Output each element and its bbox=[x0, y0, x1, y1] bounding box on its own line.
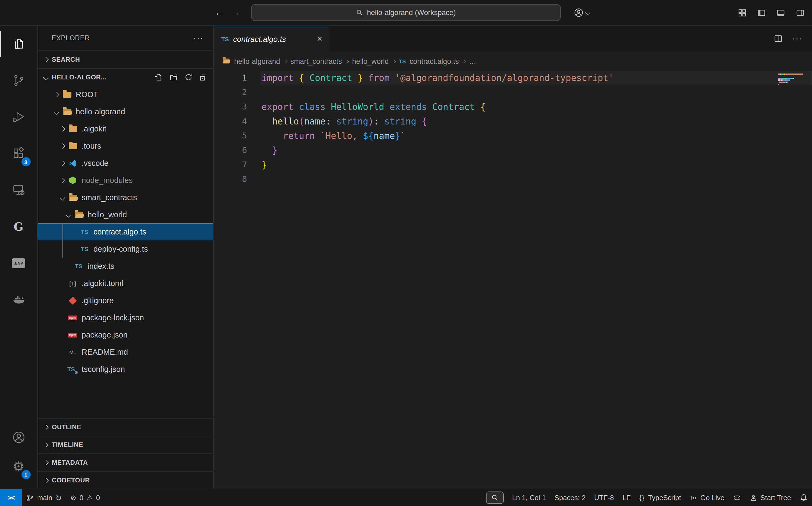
tree-item-hello-algorand[interactable]: hello-algorand bbox=[38, 103, 213, 120]
editor-more-actions-icon[interactable]: ··· bbox=[792, 34, 802, 44]
start-tree[interactable]: Start Tree bbox=[745, 489, 795, 506]
section-outline[interactable]: OUTLINE bbox=[38, 418, 213, 436]
customize-layout-icon[interactable] bbox=[738, 8, 746, 17]
code-lines: 1import { Contract } from '@algorandfoun… bbox=[214, 71, 812, 187]
tree-item-label: .algokit bbox=[82, 124, 106, 133]
new-folder-button[interactable] bbox=[169, 73, 178, 82]
profile-button[interactable] bbox=[574, 7, 589, 18]
activity-source-control[interactable] bbox=[0, 68, 37, 93]
activity-extensions[interactable]: 3 bbox=[0, 141, 37, 166]
folder-open-icon bbox=[73, 209, 84, 221]
problems-status[interactable]: ⊘ 0 ⚠ 0 bbox=[66, 489, 104, 506]
remote-indicator[interactable]: >< bbox=[0, 489, 22, 506]
tree-item-index.ts[interactable]: TSindex.ts bbox=[38, 258, 213, 275]
breadcrumb-item[interactable]: hello_world bbox=[352, 57, 389, 65]
tree-item-ROOT[interactable]: ROOT bbox=[38, 86, 213, 103]
language-mode[interactable]: {} TypeScript bbox=[635, 489, 685, 506]
section-workspace[interactable]: HELLO-ALGOR... bbox=[38, 68, 213, 86]
eol-label: LF bbox=[622, 494, 631, 502]
tree-item-.gitignore[interactable]: .gitignore bbox=[38, 292, 213, 309]
folder-icon bbox=[223, 58, 230, 64]
cursor-position[interactable]: Ln 1, Col 1 bbox=[508, 489, 550, 506]
code-line-4: 4 hello(name: string): string { bbox=[214, 114, 812, 129]
section-metadata-label: METADATA bbox=[52, 459, 88, 466]
toggle-secondary-sidebar-icon[interactable] bbox=[796, 8, 805, 17]
tree-item-label: .vscode bbox=[82, 159, 108, 167]
error-count: 0 bbox=[79, 494, 83, 502]
back-button[interactable]: ← bbox=[215, 7, 224, 18]
chevron-down-icon bbox=[54, 109, 59, 114]
activity-accounts[interactable] bbox=[0, 424, 37, 450]
tree-item-hello_world[interactable]: hello_world bbox=[38, 206, 213, 223]
forward-button[interactable]: → bbox=[231, 7, 241, 18]
tree-item-.algokit[interactable]: .algokit bbox=[38, 120, 213, 137]
activity-remote-explorer[interactable] bbox=[0, 177, 37, 203]
breadcrumb-item[interactable]: hello-algorand bbox=[234, 57, 280, 65]
activity-g-extension[interactable]: G bbox=[0, 214, 37, 239]
activity-explorer[interactable] bbox=[0, 31, 37, 57]
section-codetour[interactable]: CODETOUR bbox=[38, 471, 213, 489]
tree-item-label: smart_contracts bbox=[82, 193, 137, 202]
tree-item-package-lock.json[interactable]: npmpackage-lock.json bbox=[38, 309, 213, 326]
go-live[interactable]: Go Live bbox=[685, 489, 729, 506]
breadcrumb-item[interactable]: … bbox=[469, 57, 476, 65]
error-icon: ⊘ bbox=[70, 494, 76, 502]
tree-item-package.json[interactable]: npmpackage.json bbox=[38, 326, 213, 343]
section-metadata[interactable]: METADATA bbox=[38, 453, 213, 471]
activity-dotenv[interactable]: .ENV bbox=[0, 250, 37, 276]
code-editor[interactable]: 1import { Contract } from '@algorandfoun… bbox=[214, 71, 812, 489]
folder-open-icon bbox=[61, 106, 73, 117]
command-center[interactable]: hello-algorand (Workspace) bbox=[251, 4, 561, 21]
breadcrumb-item[interactable]: contract.algo.ts bbox=[410, 57, 459, 65]
tab-contract-algo-ts[interactable]: TS contract.algo.ts × bbox=[214, 26, 329, 52]
close-tab-icon[interactable]: × bbox=[317, 34, 322, 44]
encoding[interactable]: UTF-8 bbox=[590, 489, 618, 506]
tree-item-label: package-lock.json bbox=[82, 313, 144, 322]
indentation[interactable]: Spaces: 2 bbox=[550, 489, 590, 506]
section-search[interactable]: SEARCH bbox=[38, 51, 213, 68]
chevron-right-icon bbox=[462, 59, 466, 63]
chevron-right-icon bbox=[60, 161, 65, 166]
chevron-right-icon bbox=[60, 126, 65, 131]
tree-item-label: README.md bbox=[82, 348, 128, 356]
activity-run-debug[interactable] bbox=[0, 104, 37, 130]
branch-status[interactable]: main ↻ bbox=[22, 489, 66, 506]
toggle-panel-icon[interactable] bbox=[777, 8, 785, 17]
chevron-right-icon bbox=[43, 478, 48, 483]
collapse-folders-button[interactable] bbox=[199, 73, 208, 82]
activity-docker[interactable] bbox=[0, 286, 37, 312]
tree-item-tsconfig.json[interactable]: TS⚙tsconfig.json bbox=[38, 360, 213, 378]
minimap[interactable] bbox=[778, 74, 806, 90]
breadcrumb-item[interactable]: smart_contracts bbox=[290, 57, 342, 65]
ts-icon: TS bbox=[221, 36, 229, 42]
tree-item-README.md[interactable]: M↓README.md bbox=[38, 343, 213, 360]
zoom-indicator[interactable] bbox=[482, 489, 508, 506]
eol-sequence[interactable]: LF bbox=[618, 489, 635, 506]
tree-item-.vscode[interactable]: .vscode bbox=[38, 155, 213, 172]
docker-icon bbox=[11, 292, 26, 307]
magnifier-icon bbox=[486, 492, 504, 504]
tree-item-.algokit.toml[interactable]: [T].algokit.toml bbox=[38, 275, 213, 292]
refresh-button[interactable] bbox=[184, 73, 193, 82]
line-number: 8 bbox=[214, 172, 247, 187]
language-label: TypeScript bbox=[648, 494, 681, 502]
chevron-right-icon bbox=[43, 57, 48, 62]
status-bar: >< main ↻ ⊘ 0 ⚠ 0 Ln 1, Col 1 Spaces: 2 … bbox=[0, 489, 812, 506]
tree-item-contract.algo.ts[interactable]: TScontract.algo.ts bbox=[38, 223, 213, 240]
folder-icon bbox=[67, 123, 78, 135]
run-debug-icon bbox=[11, 110, 25, 124]
toggle-primary-sidebar-icon[interactable] bbox=[757, 8, 766, 17]
notifications[interactable] bbox=[795, 489, 812, 506]
split-editor-icon[interactable] bbox=[774, 34, 783, 43]
tree-item-node_modules[interactable]: node_modules bbox=[38, 172, 213, 189]
tree-item-smart_contracts[interactable]: smart_contracts bbox=[38, 189, 213, 206]
branch-name: main bbox=[37, 494, 52, 502]
copilot-status[interactable] bbox=[729, 489, 745, 506]
settings-badge: 1 bbox=[21, 470, 30, 479]
tree-item-.tours[interactable]: .tours bbox=[38, 137, 213, 155]
explorer-more-actions-button[interactable]: ··· bbox=[193, 33, 204, 43]
tree-item-deploy-config.ts[interactable]: TSdeploy-config.ts bbox=[38, 240, 213, 258]
new-file-button[interactable] bbox=[154, 73, 163, 82]
section-timeline[interactable]: TIMELINE bbox=[38, 436, 213, 453]
activity-settings[interactable]: ⚙ 1 bbox=[0, 453, 37, 479]
